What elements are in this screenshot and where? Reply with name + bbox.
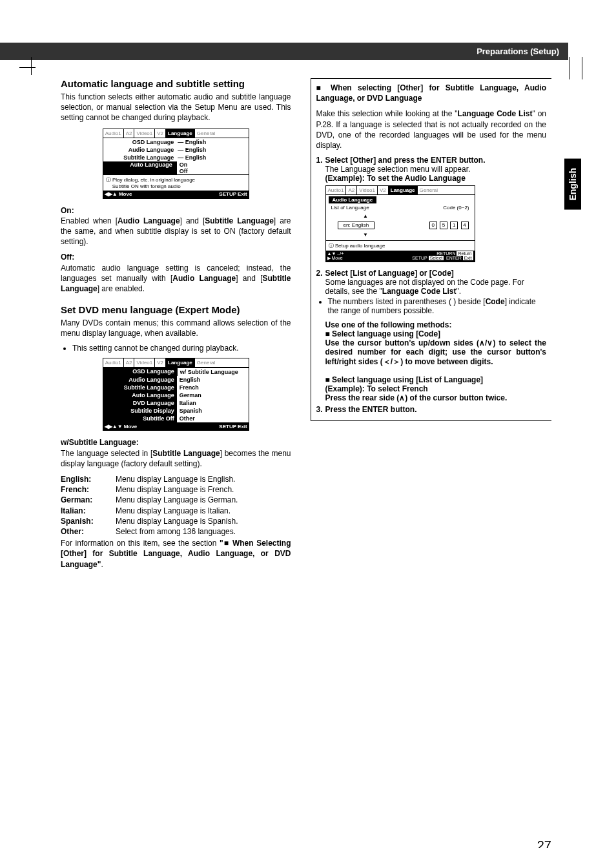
tab: Video1 bbox=[134, 129, 155, 138]
foot-updown: ▲▼ –/+ bbox=[327, 251, 344, 256]
option-on: On bbox=[180, 161, 249, 168]
arrow-down-icon: ▼ bbox=[331, 232, 400, 238]
use-methods-heading: Use one of the following methods: bbox=[325, 320, 547, 329]
arrow-up-icon: ▲ bbox=[331, 213, 400, 219]
tab: V2 bbox=[155, 129, 166, 138]
off-block: Off: Automatic audio language setting is… bbox=[61, 252, 291, 294]
method-list-body: Press the rear side (∧) of the cursor bu… bbox=[325, 393, 547, 402]
right-intro: Make this selection while looking at the… bbox=[316, 109, 547, 150]
menu-label: Audio Language bbox=[106, 147, 178, 153]
bullet-note: This setting cannot be changed during pl… bbox=[72, 344, 291, 353]
menu-foot-move: ◀▶▲▼ Move bbox=[105, 424, 220, 429]
section-header: Preparations (Setup) bbox=[0, 43, 568, 60]
code-digit: 5 bbox=[440, 222, 447, 229]
crop-mark bbox=[19, 67, 36, 68]
menu-foot-move: ◀▶▲ Move bbox=[105, 191, 220, 197]
tab: General bbox=[195, 129, 217, 138]
page-number: 27 bbox=[537, 838, 551, 848]
setup-info: ⓘ Setup audio language bbox=[326, 240, 475, 251]
tail-note: For information on this item, see the se… bbox=[61, 538, 291, 570]
language-entry: en: English bbox=[338, 222, 375, 229]
on-block: On: Enabled when [Audio Language] and [S… bbox=[61, 205, 291, 247]
para-auto-lang: This function selects either automatic a… bbox=[61, 92, 291, 123]
crop-mark bbox=[570, 57, 582, 79]
menu-screenshot-dvd-language: Audio1 A2 Video1 V2 Language General OSD… bbox=[103, 358, 249, 431]
right-column: When selecting [Other] for Subtitle Lang… bbox=[311, 78, 552, 421]
menu-foot-exit: SETUP Exit bbox=[219, 424, 247, 429]
step-2: 2. Select [List of Language] or [Code] S… bbox=[316, 269, 547, 296]
code-label: Code (0~2) bbox=[443, 205, 469, 211]
code-digit: 0 bbox=[429, 222, 437, 229]
step-3: 3. Press the ENTER button. bbox=[316, 405, 547, 414]
left-column: Automatic language and subtitle setting … bbox=[61, 78, 291, 575]
option-off: Off bbox=[180, 168, 249, 174]
menu-selected-label: Auto Language bbox=[103, 161, 176, 174]
menu-screenshot-auto-language: Audio1 A2 Video1 V2 Language General OSD… bbox=[103, 129, 249, 199]
tab: A2 bbox=[124, 129, 135, 138]
method-code-body: Use the cursor button's up/down sides (∧… bbox=[325, 338, 547, 367]
list-of-language-label: List of Language bbox=[331, 205, 369, 211]
tab-active: Language bbox=[166, 129, 195, 138]
tab: Audio1 bbox=[103, 129, 124, 138]
menu-info-line: Subtitle ON with foreign audio bbox=[106, 183, 246, 189]
code-digit: 1 bbox=[450, 222, 458, 229]
method-list-example: (Example): To select French bbox=[325, 384, 547, 393]
right-heading: When selecting [Other] for Subtitle Lang… bbox=[316, 83, 547, 103]
language-side-tab: English bbox=[564, 159, 581, 210]
menu-info-line: ⓘ Play dialog, etc. in original language bbox=[106, 176, 246, 183]
menu-foot-exit: SETUP Exit bbox=[219, 191, 247, 197]
heading-auto-lang: Automatic language and subtitle setting bbox=[61, 78, 291, 89]
foot-move: ▶ Move bbox=[327, 256, 344, 261]
audio-language-title: Audio Language bbox=[329, 196, 377, 203]
step2-bullet: The numbers listed in parentheses ( ) be… bbox=[328, 297, 547, 315]
heading-dvd-menu-lang: Set DVD menu language (Expert Mode) bbox=[61, 304, 291, 315]
menu-screenshot-audio-language-select: Audio1 A2 Video1 V2 Language General Aud… bbox=[325, 185, 475, 262]
code-digit: 4 bbox=[461, 222, 469, 229]
method-list-heading: Select language using [List of Language] bbox=[325, 375, 547, 384]
w-subtitle-block: w/Subtitle Language: The language select… bbox=[61, 437, 291, 469]
method-code-heading: Select language using [Code] bbox=[325, 329, 547, 338]
menu-label: OSD Language bbox=[106, 139, 178, 145]
crop-mark bbox=[0, 57, 32, 75]
para-dvd-menu: Many DVDs contain menus; this command al… bbox=[61, 318, 291, 338]
menu-label: Subtitle Language bbox=[106, 154, 178, 161]
step-1: 1. Select [Other] and press the ENTER bu… bbox=[316, 156, 547, 183]
